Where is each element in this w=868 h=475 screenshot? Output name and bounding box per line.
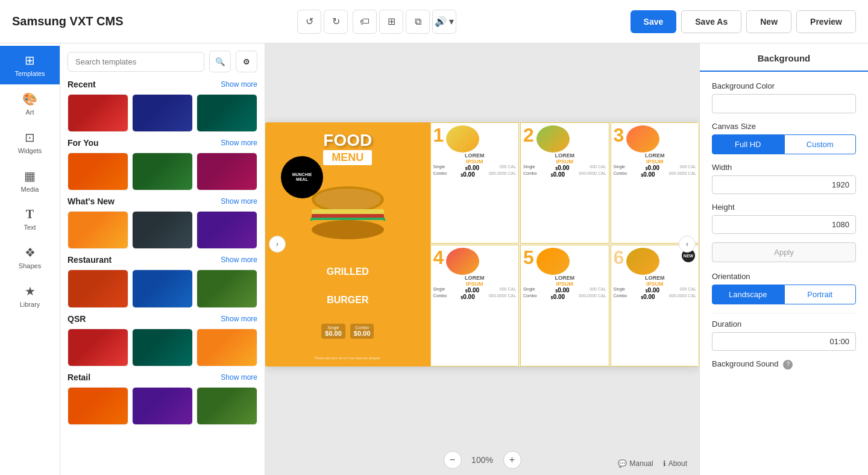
template-thumb[interactable] — [68, 387, 128, 425]
bg-color-label: Background Color — [712, 81, 856, 90]
tag-button[interactable]: 🏷 — [353, 10, 377, 34]
recent-show-more[interactable]: Show more — [221, 80, 257, 89]
full-hd-button[interactable]: Full HD — [712, 134, 784, 154]
recent-title: Recent — [68, 80, 96, 89]
collapse-panel-button[interactable]: › — [269, 236, 286, 253]
about-link[interactable]: ℹ About — [663, 459, 687, 468]
retail-show-more[interactable]: Show more — [221, 373, 257, 382]
grilled-label: GRILLED — [327, 267, 369, 277]
menu-subtitle: MENU — [323, 150, 372, 165]
search-button[interactable]: 🔍 — [209, 51, 231, 72]
menu-item-1: 1 LOREM IPSUM Single$0.00000 CAL Combo$0… — [430, 122, 519, 244]
template-thumb[interactable] — [197, 269, 257, 307]
sidebar-item-library[interactable]: ★ Library — [0, 277, 60, 315]
template-thumb[interactable] — [132, 153, 193, 190]
grid-button[interactable]: ⊞ — [379, 10, 403, 34]
allergen-text: Please alert your server if you have any… — [315, 356, 380, 360]
template-thumb[interactable] — [197, 329, 257, 366]
recent-grid — [68, 94, 257, 132]
layers-button[interactable]: ⧉ — [406, 10, 430, 34]
sidebar-item-text[interactable]: T Text — [0, 200, 60, 238]
landscape-button[interactable]: Landscape — [712, 285, 784, 304]
height-input[interactable] — [712, 215, 856, 234]
item-num-1: 1 — [433, 125, 444, 145]
sidebar-item-label-media: Media — [21, 186, 39, 193]
zoom-level: 100% — [469, 455, 496, 465]
height-label: Height — [712, 203, 856, 212]
duration-input[interactable] — [712, 332, 856, 351]
sidebar-item-art[interactable]: 🎨 Art — [0, 84, 60, 123]
template-thumb[interactable] — [68, 153, 128, 190]
template-thumb[interactable] — [197, 94, 257, 132]
canvas-content[interactable]: FOOD MENU MUNCHIE MEAL — [265, 122, 699, 366]
portrait-button[interactable]: Portrait — [784, 285, 857, 304]
sidebar-item-templates[interactable]: ⊞ Templates — [0, 46, 60, 84]
canvas-area: › FOOD MENU MUNCHIE — [265, 43, 699, 475]
item-img-6 — [626, 248, 659, 275]
template-thumb[interactable] — [132, 387, 193, 425]
item-lorem-2: LOREM — [555, 153, 575, 159]
for-you-show-more[interactable]: Show more — [221, 139, 257, 147]
new-button[interactable]: New — [746, 10, 791, 33]
item-price-single-3: Single$0.00000 CAL — [614, 165, 696, 171]
item-ipsum-4: IPSUM — [466, 281, 483, 287]
item-lorem-3: LOREM — [645, 153, 665, 159]
food-title: FOOD — [323, 132, 372, 149]
bg-color-picker[interactable] — [712, 94, 856, 113]
template-thumb[interactable] — [132, 329, 193, 366]
custom-button[interactable]: Custom — [784, 134, 857, 154]
orientation-label: Orientation — [712, 272, 856, 281]
whats-new-show-more[interactable]: Show more — [221, 197, 257, 206]
library-icon: ★ — [25, 284, 36, 298]
search-input[interactable] — [68, 52, 204, 72]
template-thumb[interactable] — [132, 94, 193, 132]
nav-sidebar: ⊞ Templates 🎨 Art ⊡ Widgets ▦ Media T Te… — [0, 43, 60, 475]
munchie-text: MUNCHIE — [292, 172, 312, 177]
template-thumb[interactable] — [197, 387, 257, 425]
template-thumb[interactable] — [68, 269, 128, 307]
item-price-single-1: Single$0.00000 CAL — [433, 165, 516, 171]
apply-button: Apply — [712, 242, 856, 262]
zoom-in-button[interactable]: + — [503, 451, 521, 469]
restaurant-show-more[interactable]: Show more — [221, 256, 257, 264]
template-thumb[interactable] — [197, 211, 257, 249]
manual-link[interactable]: 💬 Manual — [618, 459, 653, 468]
header-actions: Save Save As New Preview — [631, 10, 856, 33]
qsr-show-more[interactable]: Show more — [221, 315, 257, 323]
food-menu-canvas: FOOD MENU MUNCHIE MEAL — [265, 122, 699, 366]
template-thumb[interactable] — [68, 329, 128, 366]
collapse-right-button[interactable]: ‹ — [679, 236, 696, 253]
widgets-icon: ⊡ — [25, 130, 35, 145]
item-ipsum-3: IPSUM — [646, 159, 664, 165]
redo-button[interactable]: ↻ — [324, 10, 348, 34]
template-thumb[interactable] — [132, 269, 193, 307]
undo-button[interactable]: ↺ — [297, 10, 321, 34]
sidebar-item-widgets[interactable]: ⊡ Widgets — [0, 123, 60, 162]
bg-sound-field: Background Sound ? — [712, 359, 856, 370]
burger-label: BURGER — [327, 295, 368, 306]
svg-point-6 — [312, 220, 384, 239]
preview-button[interactable]: Preview — [796, 10, 856, 33]
template-thumb[interactable] — [68, 94, 128, 132]
template-thumb[interactable] — [68, 211, 128, 249]
zoom-out-button[interactable]: − — [444, 451, 462, 469]
right-panel: Background Background Color Canvas Size … — [699, 43, 868, 475]
search-bar: 🔍 ⚙ — [68, 51, 257, 72]
retail-grid — [68, 387, 257, 425]
qsr-title: QSR — [68, 314, 86, 324]
sidebar-item-media[interactable]: ▦ Media — [0, 162, 60, 200]
sidebar-item-label-templates: Templates — [14, 70, 45, 77]
filter-button[interactable]: ⚙ — [236, 51, 257, 72]
template-thumb[interactable] — [132, 211, 193, 249]
audio-button[interactable]: 🔊 ▾ — [432, 10, 456, 34]
templates-panel: 🔍 ⚙ Recent Show more For You Show more W… — [60, 43, 265, 475]
width-input[interactable] — [712, 175, 856, 194]
save-as-button[interactable]: Save As — [681, 10, 741, 33]
media-icon: ▦ — [24, 169, 36, 183]
sidebar-item-shapes[interactable]: ❖ Shapes — [0, 238, 60, 277]
item-lorem-5: LOREM — [555, 275, 575, 281]
template-thumb[interactable] — [197, 153, 257, 190]
item-img-1 — [446, 125, 479, 153]
canvas-size-label: Canvas Size — [712, 122, 856, 131]
save-button[interactable]: Save — [631, 10, 677, 33]
